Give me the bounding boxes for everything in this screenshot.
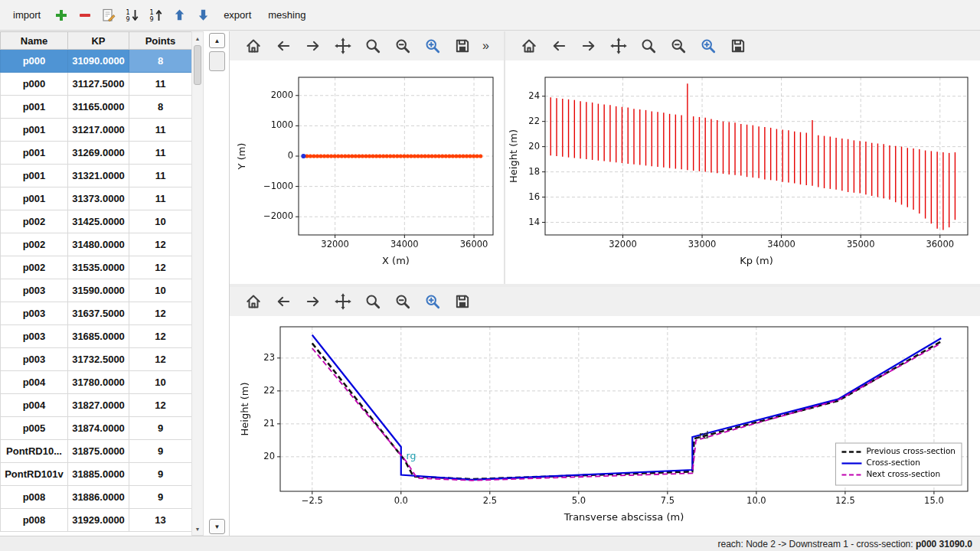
cell-name[interactable]: p005 [1, 417, 68, 440]
home-button[interactable] [242, 290, 265, 313]
table-row[interactable]: p00331685.000012 [1, 325, 192, 348]
table-scrollbar[interactable]: ▲ ▼ [191, 31, 204, 536]
column-header-kp[interactable]: KP [68, 32, 129, 50]
zoom-button[interactable] [361, 290, 384, 313]
cell-name[interactable]: p002 [1, 256, 68, 279]
cell-name[interactable]: p001 [1, 119, 68, 142]
cell-points[interactable]: 12 [129, 233, 192, 256]
table-row[interactable]: p00031090.00008 [1, 50, 192, 73]
cell-name[interactable]: PontRD10... [1, 440, 68, 463]
cell-kp[interactable]: 31885.0000 [68, 463, 129, 486]
scroll-up-button[interactable]: ▲ [192, 33, 203, 44]
cell-kp[interactable]: 31685.0000 [68, 325, 129, 348]
cross-section-canvas[interactable] [230, 316, 980, 536]
table-row[interactable]: p00231425.000010 [1, 210, 192, 233]
cell-kp[interactable]: 31535.0000 [68, 256, 129, 279]
cell-name[interactable]: p003 [1, 348, 68, 371]
cell-kp[interactable]: 31269.0000 [68, 142, 129, 165]
cell-kp[interactable]: 31090.0000 [68, 50, 129, 73]
plan-view-canvas[interactable] [230, 60, 504, 284]
cell-points[interactable]: 9 [129, 463, 192, 486]
scrollbar-thumb[interactable] [194, 45, 201, 85]
cell-kp[interactable]: 31425.0000 [68, 210, 129, 233]
table-row[interactable]: p00231480.000012 [1, 233, 192, 256]
zoom-button[interactable] [637, 34, 660, 57]
column-header-points[interactable]: Points [129, 32, 192, 50]
pager-up-button[interactable]: ▲ [209, 33, 225, 48]
table-row[interactable]: p00831886.00009 [1, 486, 192, 509]
table-row[interactable]: p00131217.000011 [1, 119, 192, 142]
cell-points[interactable]: 8 [129, 50, 192, 73]
cell-kp[interactable]: 31373.0000 [68, 187, 129, 210]
table-row[interactable]: p00131269.000011 [1, 142, 192, 165]
cell-name[interactable]: p003 [1, 279, 68, 302]
cell-points[interactable]: 8 [129, 96, 192, 119]
cell-name[interactable]: p001 [1, 96, 68, 119]
cell-name[interactable]: p002 [1, 210, 68, 233]
cell-kp[interactable]: 31732.5000 [68, 348, 129, 371]
cell-name[interactable]: p001 [1, 165, 68, 187]
cell-points[interactable]: 9 [129, 417, 192, 440]
edit-cross-section-button[interactable] [98, 5, 119, 25]
cell-points[interactable]: 12 [129, 394, 192, 417]
cell-name[interactable]: p003 [1, 325, 68, 348]
cell-kp[interactable]: 31929.0000 [68, 509, 129, 532]
table-row[interactable]: p00231535.000012 [1, 256, 192, 279]
customize-button[interactable] [421, 34, 444, 57]
back-button[interactable] [272, 290, 295, 313]
cell-kp[interactable]: 31590.0000 [68, 279, 129, 302]
save-button[interactable] [727, 34, 750, 57]
add-cross-section-button[interactable] [51, 5, 71, 25]
pan-button[interactable] [332, 34, 354, 57]
subplots-button[interactable] [391, 34, 414, 57]
back-button[interactable] [272, 34, 295, 57]
pan-button[interactable] [607, 34, 630, 57]
cell-kp[interactable]: 31321.0000 [68, 165, 129, 187]
cell-points[interactable]: 12 [129, 256, 192, 279]
cell-name[interactable]: p001 [1, 142, 68, 165]
cell-name[interactable]: p003 [1, 302, 68, 325]
home-button[interactable] [242, 34, 265, 57]
cell-kp[interactable]: 31827.0000 [68, 394, 129, 417]
cell-name[interactable]: p008 [1, 509, 68, 532]
table-row[interactable]: p00331590.000010 [1, 279, 192, 302]
remove-cross-section-button[interactable] [74, 5, 95, 25]
export-button[interactable]: export [217, 6, 258, 24]
cell-points[interactable]: 11 [129, 187, 192, 210]
sort-descending-button[interactable]: 19 [122, 5, 142, 25]
cell-points[interactable]: 9 [129, 440, 192, 463]
cell-kp[interactable]: 31874.0000 [68, 417, 129, 440]
pan-button[interactable] [332, 290, 354, 313]
move-up-button[interactable] [169, 5, 190, 25]
forward-button[interactable] [302, 290, 325, 313]
cell-kp[interactable]: 31165.0000 [68, 96, 129, 119]
cell-points[interactable]: 11 [129, 142, 192, 165]
table-row[interactable]: p00431827.000012 [1, 394, 192, 417]
cell-points[interactable]: 12 [129, 325, 192, 348]
move-down-button[interactable] [193, 5, 214, 25]
cell-points[interactable]: 11 [129, 165, 192, 187]
cell-name[interactable]: p002 [1, 233, 68, 256]
customize-button[interactable] [697, 34, 720, 57]
cell-kp[interactable]: 31480.0000 [68, 233, 129, 256]
cell-name[interactable]: p004 [1, 371, 68, 394]
table-row[interactable]: PontRD101v31885.00009 [1, 463, 192, 486]
cell-name[interactable]: p001 [1, 187, 68, 210]
table-row[interactable]: PontRD10...31875.00009 [1, 440, 192, 463]
subplots-button[interactable] [667, 34, 690, 57]
cell-points[interactable]: 11 [129, 119, 192, 142]
cell-kp[interactable]: 31217.0000 [68, 119, 129, 142]
subplots-button[interactable] [391, 290, 414, 313]
table-row[interactable]: p00031127.500011 [1, 73, 192, 96]
cell-points[interactable]: 10 [129, 279, 192, 302]
table-row[interactable]: p00531874.00009 [1, 417, 192, 440]
cell-name[interactable]: p008 [1, 486, 68, 509]
pager-thumb[interactable] [209, 51, 225, 71]
cell-points[interactable]: 11 [129, 73, 192, 96]
cell-kp[interactable]: 31875.0000 [68, 440, 129, 463]
cell-points[interactable]: 12 [129, 348, 192, 371]
table-row[interactable]: p00331732.500012 [1, 348, 192, 371]
forward-button[interactable] [577, 34, 600, 57]
back-button[interactable] [547, 34, 570, 57]
cell-name[interactable]: p000 [1, 73, 68, 96]
